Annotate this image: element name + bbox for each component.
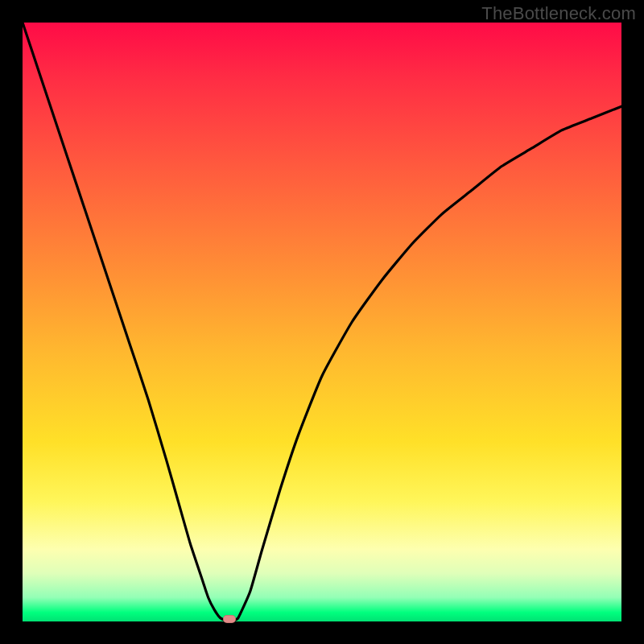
- chart-frame: TheBottleneck.com: [0, 0, 644, 644]
- bottleneck-point-marker: [223, 615, 236, 623]
- watermark-text: TheBottleneck.com: [481, 3, 636, 24]
- gradient-background: [23, 23, 621, 621]
- plot-area: [23, 23, 621, 621]
